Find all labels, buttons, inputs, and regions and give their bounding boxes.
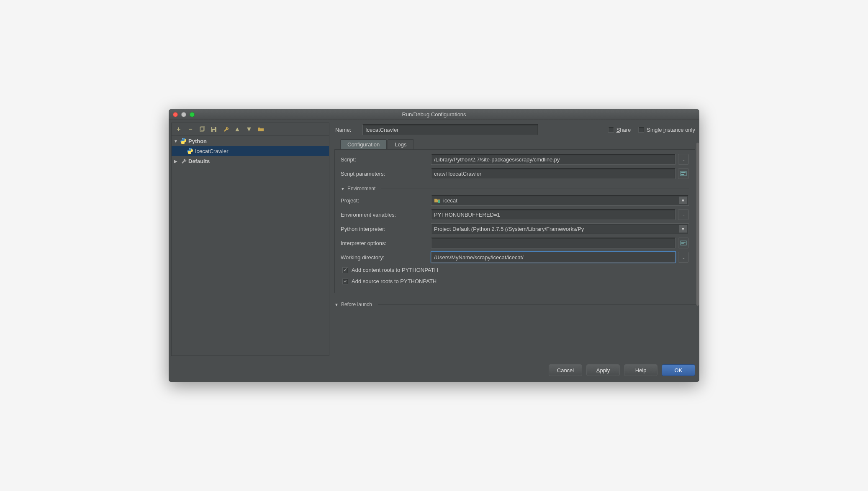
svg-point-7 — [190, 153, 191, 153]
browse-workdir-button[interactable]: … — [678, 252, 689, 263]
content-roots-checkbox[interactable] — [342, 267, 348, 273]
dropdown-arrow-icon: ▼ — [679, 225, 687, 233]
sidebar-toolbar: + − ▲ ▼ — [172, 123, 329, 136]
project-dropdown[interactable]: icecat ▼ — [431, 195, 689, 206]
interpreter-value: Project Default (Python 2.7.5 (/System/L… — [434, 226, 584, 232]
source-roots-label: Add source roots to PYTHONPATH — [352, 278, 437, 284]
svg-rect-8 — [681, 171, 686, 176]
source-roots-row[interactable]: Add source roots to PYTHONPATH — [341, 277, 689, 285]
collapse-arrow-icon[interactable]: ▼ — [341, 187, 345, 191]
envvars-row: Environment variables: … — [341, 209, 689, 220]
expand-params-button[interactable] — [678, 168, 689, 179]
edit-envvars-button[interactable]: … — [678, 209, 689, 220]
svg-point-6 — [189, 148, 190, 149]
edit-defaults-button[interactable] — [222, 125, 229, 133]
tree-label: Python — [188, 138, 207, 144]
expand-arrow-icon[interactable]: ▶ — [173, 159, 178, 164]
main-panel: Name: Share Single instance only Configu… — [333, 120, 699, 358]
add-config-button[interactable]: + — [175, 125, 182, 133]
svg-rect-10 — [681, 174, 684, 175]
envvars-input[interactable] — [431, 209, 675, 220]
tree-label: Defaults — [188, 158, 210, 164]
tree-node-defaults[interactable]: ▶ Defaults — [172, 156, 329, 166]
expand-arrow-icon[interactable]: ▼ — [173, 139, 178, 143]
ok-button[interactable]: OK — [662, 364, 695, 376]
folder-button[interactable] — [257, 125, 265, 133]
name-label: Name: — [335, 127, 358, 133]
expand-interp-options-button[interactable] — [678, 238, 689, 248]
name-input[interactable] — [362, 124, 538, 135]
tree-node-icecatcrawler[interactable]: IcecatCrawler — [172, 146, 329, 156]
scrollbar[interactable] — [696, 143, 699, 306]
single-instance-checkbox[interactable] — [638, 127, 644, 133]
window-controls — [173, 112, 195, 117]
environment-section-label: Environment — [347, 186, 375, 192]
svg-rect-12 — [681, 241, 686, 245]
svg-rect-14 — [681, 243, 684, 244]
dialog-window: Run/Debug Configurations + − ▲ ▼ — [169, 109, 699, 382]
share-checkbox[interactable] — [608, 127, 614, 133]
workdir-row: Working directory: … — [341, 252, 689, 263]
workdir-label: Working directory: — [341, 254, 429, 261]
dialog-footer: Cancel Apply Help OK — [169, 358, 699, 382]
help-button[interactable]: Help — [624, 364, 657, 376]
config-tree[interactable]: ▼ Python IcecatCrawler ▶ — [172, 136, 329, 355]
interp-options-label: Interpreter options: — [341, 240, 429, 246]
interp-options-row: Interpreter options: — [341, 238, 689, 248]
share-checkbox-row[interactable]: Share — [608, 127, 631, 133]
project-label: Project: — [341, 197, 429, 204]
before-launch-label: Before launch — [341, 302, 372, 307]
browse-script-button[interactable]: … — [678, 154, 689, 165]
svg-rect-13 — [681, 242, 686, 243]
dropdown-arrow-icon: ▼ — [679, 197, 687, 204]
content-roots-row[interactable]: Add content roots to PYTHONPATH — [341, 266, 689, 274]
project-icon — [434, 197, 441, 204]
interpreter-dropdown[interactable]: Project Default (Python 2.7.5 (/System/L… — [431, 223, 689, 234]
script-row: Script: … — [341, 154, 689, 165]
workdir-input[interactable] — [431, 252, 675, 263]
tab-configuration[interactable]: Configuration — [340, 139, 387, 149]
before-launch-section[interactable]: ▼ Before launch — [334, 302, 697, 307]
collapse-arrow-icon[interactable]: ▼ — [334, 302, 339, 307]
project-value: icecat — [443, 197, 457, 204]
zoom-window-icon[interactable] — [190, 112, 195, 117]
move-up-button[interactable]: ▲ — [234, 125, 241, 133]
apply-button[interactable]: Apply — [586, 364, 620, 376]
tab-logs[interactable]: Logs — [388, 139, 413, 149]
svg-rect-2 — [212, 127, 215, 129]
minimize-window-icon[interactable] — [181, 112, 186, 117]
environment-section-header[interactable]: ▼ Environment — [341, 186, 689, 192]
single-instance-checkbox-row[interactable]: Single instance only — [638, 127, 695, 133]
project-row: Project: icecat ▼ — [341, 195, 689, 206]
save-config-button[interactable] — [210, 125, 218, 133]
name-row: Name: Share Single instance only — [333, 122, 697, 139]
script-params-row: Script parameters: — [341, 168, 689, 179]
copy-config-button[interactable] — [198, 125, 206, 133]
svg-rect-11 — [438, 200, 440, 203]
script-params-label: Script parameters: — [341, 171, 429, 177]
python-icon — [187, 148, 193, 154]
single-instance-label: Single instance only — [647, 127, 695, 133]
wrench-icon — [180, 158, 187, 164]
cancel-button[interactable]: Cancel — [549, 364, 582, 376]
source-roots-checkbox[interactable] — [342, 279, 348, 284]
tree-node-python[interactable]: ▼ Python — [172, 136, 329, 146]
interp-options-input[interactable] — [431, 238, 675, 248]
content-roots-label: Add content roots to PYTHONPATH — [352, 267, 438, 273]
configuration-panel: Script: … Script parameters: — [334, 149, 695, 293]
window-title: Run/Debug Configurations — [402, 111, 466, 118]
script-params-input[interactable] — [431, 168, 675, 179]
script-input[interactable] — [431, 154, 675, 165]
tab-bar: Configuration Logs — [340, 139, 697, 149]
close-window-icon[interactable] — [173, 112, 178, 117]
interpreter-label: Python interpreter: — [341, 226, 429, 232]
svg-rect-3 — [213, 130, 215, 132]
tree-label: IcecatCrawler — [195, 148, 228, 154]
titlebar[interactable]: Run/Debug Configurations — [169, 109, 699, 120]
interpreter-row: Python interpreter: Project Default (Pyt… — [341, 223, 689, 234]
configurations-sidebar: + − ▲ ▼ ▼ — [171, 123, 329, 356]
script-label: Script: — [341, 156, 429, 163]
move-down-button[interactable]: ▼ — [245, 125, 253, 133]
remove-config-button[interactable]: − — [187, 125, 194, 133]
python-icon — [180, 138, 187, 144]
